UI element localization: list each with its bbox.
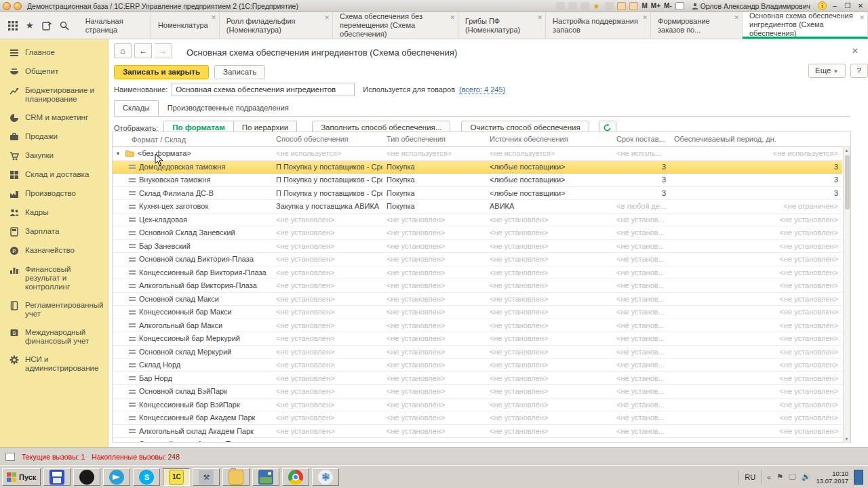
table-row-10[interactable]: Алкогольный бар Виктория-Плаза<не устано… bbox=[113, 279, 842, 293]
table-row-3[interactable]: Склад Филиала ДС-ВП Покупка у поставщико… bbox=[113, 187, 842, 201]
section-tab-0[interactable]: Склады bbox=[114, 100, 159, 116]
zoom-m-plus-button[interactable]: M+ bbox=[651, 2, 660, 9]
show-desktop-button[interactable] bbox=[854, 470, 863, 485]
table-row-22[interactable]: Основной склад Академ Парк<не установлен… bbox=[113, 438, 842, 443]
main-menu-grid-icon[interactable] bbox=[8, 21, 18, 30]
tab-close-icon[interactable]: ✕ bbox=[538, 14, 543, 22]
taskbar-telegram-icon[interactable] bbox=[103, 468, 130, 486]
sidebar-item-11[interactable]: Финансовый результат и контроллинг bbox=[0, 260, 108, 296]
minimize-button[interactable]: – bbox=[830, 2, 840, 9]
table-row-2[interactable]: Внуковская таможняП Покупка у поставщико… bbox=[113, 174, 842, 187]
table-row-8[interactable]: Основной склад Виктория-Плаза<не установ… bbox=[113, 253, 842, 266]
sidebar-item-10[interactable]: РКазначейство bbox=[0, 241, 108, 260]
start-button[interactable]: Пуск bbox=[2, 468, 41, 486]
taskbar-1c-app-icon[interactable]: 1С bbox=[163, 468, 190, 486]
link-icon[interactable] bbox=[605, 2, 614, 10]
more-button[interactable]: Еще ▼ bbox=[808, 64, 846, 78]
table-row-21[interactable]: Алкогольный склад Академ Парк<не установ… bbox=[113, 425, 842, 439]
sidebar-item-8[interactable]: Кадры bbox=[0, 203, 108, 222]
zoom-m-minus-button[interactable]: M- bbox=[664, 2, 672, 9]
save-icon[interactable] bbox=[556, 2, 565, 10]
user-menu[interactable]: Орлов Александр Владимирович bbox=[692, 2, 810, 10]
sidebar-item-6[interactable]: Склад и доставка bbox=[0, 165, 108, 184]
usage-total-link[interactable]: (всего: 4 245) bbox=[459, 85, 505, 94]
taskbar-tools-icon[interactable]: ⚒ bbox=[193, 468, 220, 486]
table-row-9[interactable]: Концессионный бар Виктория-Плаза<не уста… bbox=[113, 266, 842, 280]
nav-tab-5[interactable]: Настройка поддержания запасов✕ bbox=[546, 12, 651, 39]
history-icon[interactable] bbox=[42, 21, 52, 30]
nav-tab-3[interactable]: Схема обеспечения без перемещения (Схема… bbox=[333, 12, 458, 39]
nav-tab-1[interactable]: Номенклатура✕ bbox=[151, 12, 220, 39]
table-row-5[interactable]: Цех-кладовая<не установлен><не установле… bbox=[113, 214, 842, 227]
sidebar-item-3[interactable]: CRM и маркетинг bbox=[0, 108, 108, 127]
language-indicator[interactable]: RU bbox=[745, 473, 755, 481]
tab-close-icon[interactable]: ✕ bbox=[324, 14, 330, 22]
taskbar-floppy-icon[interactable] bbox=[43, 468, 71, 486]
favorites-icon[interactable]: ★ bbox=[26, 20, 34, 30]
table-row-4[interactable]: Кухня-цех заготовокЗакупка у поставщика … bbox=[113, 200, 842, 214]
sidebar-item-2[interactable]: Бюджетирование и планирование bbox=[0, 81, 108, 108]
scrollbar-thumb[interactable] bbox=[845, 155, 850, 209]
table-row-6[interactable]: Основной Склад Заневский<не установлен><… bbox=[113, 226, 842, 240]
sidebar-item-9[interactable]: Зарплата bbox=[0, 222, 108, 241]
column-header-2[interactable]: Тип обеспечения bbox=[382, 132, 486, 146]
sidebar-item-7[interactable]: Производство bbox=[0, 184, 108, 203]
expand-triangle-icon[interactable]: ▾ bbox=[117, 150, 122, 157]
vertical-scrollbar[interactable]: ▲ ▼ bbox=[843, 146, 850, 443]
taskbar-chrome-icon[interactable] bbox=[282, 468, 309, 486]
info-button[interactable]: i bbox=[818, 1, 827, 10]
table-row-18[interactable]: Основной склад ВэйПарк<не установлен><не… bbox=[113, 385, 842, 399]
table-row-17[interactable]: Бар Норд<не установлен><не установлен><н… bbox=[113, 372, 842, 386]
nav-tab-6[interactable]: Формирование заказов по...✕ bbox=[651, 12, 743, 39]
sidebar-item-0[interactable]: Главное bbox=[0, 43, 108, 62]
restore-button[interactable]: ❐ bbox=[843, 2, 852, 9]
tab-close-icon[interactable]: ✕ bbox=[642, 14, 648, 22]
panel-layout-icon[interactable] bbox=[675, 2, 684, 10]
clock[interactable]: 10:10 13.07.2017 bbox=[816, 470, 848, 485]
nav-tab-4[interactable]: Грибы ПФ (Номенклатура)✕ bbox=[458, 12, 546, 39]
search-icon[interactable] bbox=[60, 21, 69, 30]
taskbar-antivirus-icon[interactable] bbox=[73, 468, 100, 486]
save-and-close-button[interactable]: Записать и закрыть bbox=[114, 65, 209, 79]
column-header-5[interactable]: Обеспечиваемый период, дн. bbox=[670, 132, 842, 146]
column-header-4[interactable]: Срок постав... bbox=[612, 132, 670, 146]
table-row-1[interactable]: Домодедовская таможняП Покупка у поставщ… bbox=[113, 161, 842, 174]
scroll-down-icon[interactable]: ▼ bbox=[844, 436, 850, 441]
table-row-0[interactable]: ▾<без формата><не используется><не испол… bbox=[113, 147, 842, 161]
taskbar-photos-icon[interactable] bbox=[252, 468, 279, 486]
close-window-button[interactable]: ✕ bbox=[856, 2, 865, 9]
tab-close-icon[interactable]: ✕ bbox=[859, 14, 865, 22]
calendar-icon[interactable] bbox=[617, 2, 626, 10]
network-icon[interactable]: 🖵 bbox=[789, 472, 796, 481]
sidebar-item-4[interactable]: Продажи bbox=[0, 127, 108, 146]
section-tab-1[interactable]: Производственные подразделения bbox=[159, 100, 298, 116]
taskbar-settings-flower-icon[interactable]: ❃ bbox=[312, 468, 339, 486]
help-button[interactable]: ? bbox=[850, 64, 868, 78]
close-form-icon[interactable]: ✕ bbox=[852, 46, 859, 56]
save-button[interactable]: Записать bbox=[214, 65, 265, 79]
home-button[interactable]: ⌂ bbox=[114, 43, 132, 58]
table-row-20[interactable]: Концессионный бар Академ Парк<не установ… bbox=[113, 411, 842, 425]
tray-expand-icon[interactable]: « bbox=[767, 473, 771, 481]
sidebar-item-12[interactable]: Регламентированный учет bbox=[0, 296, 108, 323]
sidebar-item-14[interactable]: НСИ и администрирование bbox=[0, 350, 108, 378]
print-preview-icon[interactable] bbox=[580, 2, 589, 10]
favorites-star-icon[interactable]: ★ bbox=[593, 2, 601, 10]
table-row-14[interactable]: Концессионый бар Меркурий<не установлен>… bbox=[113, 332, 842, 346]
sidebar-item-13[interactable]: SМеждународный финансовый учет bbox=[0, 323, 108, 350]
table-row-11[interactable]: Основной склад Макси<не установлен><не у… bbox=[113, 293, 842, 306]
forward-button[interactable]: → bbox=[155, 43, 172, 58]
print-icon[interactable] bbox=[568, 2, 577, 10]
nav-tab-2[interactable]: Ролл филадельфия (Номенклатура)✕ bbox=[220, 12, 333, 39]
table-row-15[interactable]: Основной склад Меркурий<не установлен><н… bbox=[113, 346, 842, 359]
calculator-icon[interactable] bbox=[629, 2, 638, 10]
volume-icon[interactable]: 🔊 bbox=[802, 472, 811, 481]
taskbar-folder-icon[interactable] bbox=[222, 468, 250, 486]
column-header-1[interactable]: Способ обеспечения bbox=[272, 132, 382, 146]
taskbar-skype-icon[interactable]: S bbox=[133, 468, 160, 486]
table-row-12[interactable]: Концессионный бар Макси<не установлен><н… bbox=[113, 306, 842, 319]
column-header-3[interactable]: Источник обеспечения bbox=[486, 132, 612, 146]
nav-tab-7[interactable]: Основная схема обеспечения ингредиентов … bbox=[743, 12, 868, 39]
tab-close-icon[interactable]: ✕ bbox=[734, 14, 739, 22]
back-button[interactable]: ← bbox=[134, 43, 152, 58]
